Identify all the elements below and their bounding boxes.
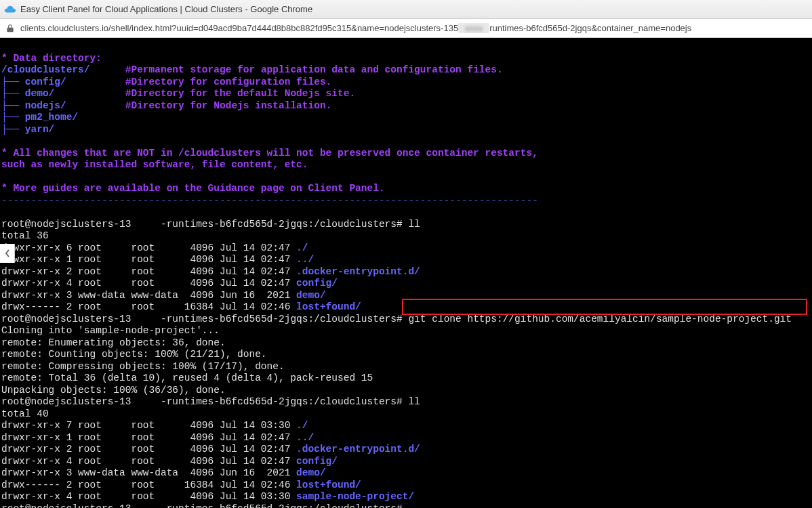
- clone-out: remote: Total 36 (delta 10), reused 4 (d…: [1, 373, 373, 383]
- ls1-row: drwxr-xr-x 3 www-data www-data 4096 Jun …: [1, 290, 326, 301]
- motd-warn2: such as newly installed software, file c…: [1, 159, 308, 170]
- browser-url-bar[interactable]: clients.cloudclusters.io/shell/index.htm…: [0, 19, 812, 38]
- app-icon: [4, 3, 16, 16]
- ls1-row: drwxr-xr-x 4 root root 4096 Jul 14 02:47…: [1, 278, 338, 289]
- ls1-total: total 36: [1, 230, 49, 241]
- motd-path-note: #Permanent storage for application data …: [125, 64, 503, 75]
- tree-yarn: yarn/: [25, 124, 55, 135]
- url-text[interactable]: clients.cloudclusters.io/shell/index.htm…: [20, 23, 807, 33]
- motd-divider: ----------------------------------------…: [1, 195, 538, 206]
- clone-out: remote: Compressing objects: 100% (17/17…: [1, 361, 285, 372]
- ls2-row: drwxr-xr-x 4 root root 4096 Jul 14 02:47…: [1, 456, 338, 467]
- ls2-row: drwxr-xr-x 2 root root 4096 Jul 14 02:47…: [1, 444, 420, 454]
- highlight-git-clone: [402, 299, 807, 315]
- ls2-total: total 40: [1, 408, 49, 419]
- terminal[interactable]: * Data directory: /cloudclusters/ #Perma…: [0, 38, 812, 508]
- panel-expand-handle[interactable]: [0, 244, 15, 263]
- ls2-row: drwxr-xr-x 3 www-data www-data 4096 Jun …: [1, 467, 326, 478]
- ls2-row: drwxr-xr-x 1 root root 4096 Jul 14 02:47…: [1, 432, 314, 443]
- prompt-line-1: root@nodejsclusters-13 -runtimes-b6fcd56…: [1, 219, 420, 230]
- prompt-clone: root@nodejsclusters-13 -runtimes-b6fcd56…: [1, 314, 792, 324]
- tree-config: config/: [25, 77, 66, 87]
- tree-demo: demo/: [25, 88, 55, 99]
- clone-out: remote: Enumerating objects: 36, done.: [1, 337, 226, 348]
- lock-icon: [5, 24, 15, 33]
- ls2-row: drwxr-xr-x 7 root root 4096 Jul 14 03:30…: [1, 420, 308, 431]
- ls1-row: drwxr-xr-x 6 root root 4096 Jul 14 02:47…: [1, 242, 308, 253]
- motd-warn1: * All changes that are NOT in /cloudclus…: [1, 148, 538, 158]
- clone-out: Unpacking objects: 100% (36/36), done.: [1, 385, 226, 396]
- ls1-row: drwxr-xr-x 1 root root 4096 Jul 14 02:47…: [1, 254, 314, 265]
- motd-guides: * More guides are available on the Guida…: [1, 183, 385, 194]
- ls2-row: drwxr-xr-x 4 root root 4096 Jul 14 03:30…: [1, 491, 414, 502]
- ls2-row: drwx------ 2 root root 16384 Jul 14 02:4…: [1, 480, 361, 490]
- tree-nodejs: nodejs/: [25, 100, 66, 111]
- browser-title-text: Easy Client Panel for Cloud Applications…: [20, 4, 312, 14]
- git-clone-command: git clone https://github.com/acemilyalci…: [408, 314, 792, 324]
- prompt-line-2: root@nodejsclusters-13 -runtimes-b6fcd56…: [1, 396, 420, 407]
- prompt-line-3: root@nodejsclusters-13 -runtimes-b6fcd56…: [1, 503, 408, 509]
- browser-title-bar: Easy Client Panel for Cloud Applications…: [0, 0, 812, 19]
- ls1-row: drwx------ 2 root root 16384 Jul 14 02:4…: [1, 301, 361, 312]
- motd-path: /cloudclusters/: [1, 64, 90, 75]
- tree-pm2home: pm2_home/: [25, 112, 78, 123]
- motd-data-dir: * Data directory:: [1, 53, 102, 64]
- ls1-row: drwxr-xr-x 2 root root 4096 Jul 14 02:47…: [1, 266, 420, 277]
- clone-out: remote: Counting objects: 100% (21/21), …: [1, 349, 267, 360]
- clone-out: Cloning into 'sample-node-project'...: [1, 325, 220, 336]
